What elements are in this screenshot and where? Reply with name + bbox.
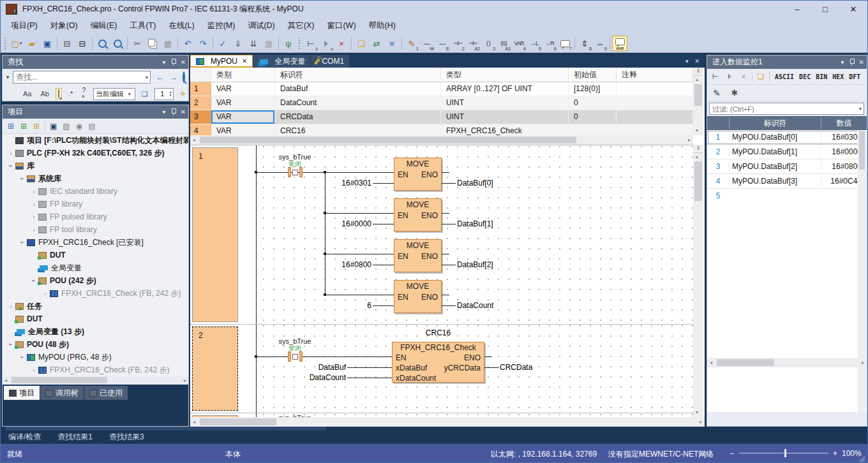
tree-item-0[interactable]: 项目 [F:\PLC功能块封装\ST结构化文本编程封装 (3, 134, 188, 147)
close-button[interactable]: ✕ (839, 1, 867, 17)
menu-monitor[interactable]: 监控(M) (201, 18, 242, 34)
pin-icon[interactable] (171, 59, 176, 66)
match-word-toggle[interactable]: Ab (38, 88, 51, 99)
menu-window[interactable]: 窗口(W) (320, 18, 362, 34)
tree-item-10[interactable]: 全局变量 (3, 261, 188, 274)
tab-mypou[interactable]: MyPOU✕ (190, 55, 253, 68)
row-number-cell[interactable]: 4 (190, 124, 211, 135)
variable-row-2[interactable]: 2VARDataCountUINT0 (190, 96, 693, 110)
find-previous-button[interactable]: ← (156, 73, 164, 82)
search-go-icon[interactable] (183, 73, 185, 82)
identifier-cell[interactable]: MyPOU.DataBuf[0] (729, 133, 821, 142)
format-bin-button[interactable]: BIN (816, 73, 827, 80)
insert-row-button[interactable]: ⇕8 (577, 36, 592, 51)
chevron-open-icon[interactable]: › (19, 238, 26, 247)
identifier-cell[interactable]: DataCount (275, 96, 441, 110)
call-tree-tab[interactable]: 调用树 (40, 386, 84, 400)
tree-item-13[interactable]: ›任务 (3, 300, 188, 312)
pages-icon[interactable]: ❏ (139, 88, 151, 100)
add-pou-button[interactable]: ⊞ (5, 121, 17, 132)
contact-p-tool-button[interactable]: ⊣⊢A2 (465, 36, 481, 51)
match-case-toggle[interactable]: Aa (20, 88, 34, 99)
variable-row-4[interactable]: 4VARCRC16FPXH_CRC16_Check (190, 124, 693, 135)
online-mode-button[interactable]: ψ (281, 36, 296, 51)
move-block-2[interactable]: MOVEENENO (394, 198, 442, 231)
find-results-1-tab[interactable]: 查找结果1 (57, 432, 93, 443)
row-number-cell[interactable]: 2 (190, 96, 211, 110)
find-next-button[interactable]: → (169, 73, 177, 82)
initial-value-cell[interactable]: 0 (569, 110, 617, 124)
delete-row-button[interactable]: × (738, 71, 749, 82)
tree-item-7[interactable]: ›FP tool library (3, 223, 188, 236)
variable-table-hscrollbar[interactable]: ◂ ▸ (190, 135, 693, 145)
type-cell[interactable]: UINT (441, 96, 569, 110)
class-cell[interactable]: VAR (211, 124, 275, 135)
menu-others[interactable]: 其它(X) (281, 18, 321, 34)
view-object-button[interactable]: ◉ (73, 121, 85, 132)
exchange-button[interactable]: ⇄ (369, 36, 384, 51)
chevron-closed-icon[interactable]: › (41, 290, 50, 297)
pin-icon[interactable] (171, 108, 176, 115)
close-icon[interactable]: ✕ (181, 59, 186, 66)
settings-gear-icon[interactable]: ✱ (729, 87, 740, 99)
identifier-cell[interactable]: MyPOU.DataBuf[1] (729, 147, 821, 156)
chevron-open-icon[interactable]: › (7, 340, 15, 349)
close-icon[interactable]: ✕ (859, 59, 864, 66)
zoom-out-button[interactable]: − (730, 449, 734, 458)
menu-debug[interactable]: 调试(D) (241, 18, 281, 34)
move-block-3[interactable]: MOVEENENO (394, 239, 442, 272)
initial-value-cell[interactable] (569, 124, 617, 135)
undo-button[interactable]: ↶ (180, 36, 195, 51)
tab-list-dropdown-icon[interactable]: ▾ (685, 58, 689, 64)
type-cell[interactable]: UINT (441, 110, 569, 124)
search-input[interactable] (13, 73, 146, 82)
network-1-number-cell[interactable]: 1 (192, 147, 238, 322)
line-west-tool-button[interactable]: ─W (419, 36, 435, 51)
monitor-row-4[interactable]: 4MyPOU.DataBuf[3]16#0C44 (707, 174, 867, 189)
input-operand[interactable]: DataCount (276, 373, 346, 382)
add-task-button[interactable]: ⊞ (31, 121, 42, 132)
source-operand[interactable]: 6 (301, 301, 371, 310)
class-cell[interactable]: VAR (211, 110, 275, 124)
minimize-button[interactable]: – (783, 1, 811, 17)
wildcard-toggle[interactable]: ?* (79, 84, 89, 103)
pencil-tool-button[interactable]: ✎1 (404, 36, 419, 51)
find-button[interactable] (94, 36, 110, 51)
monitor-vscrollbar[interactable] (858, 130, 866, 412)
tab-close-all-icon[interactable]: ✕ (694, 58, 700, 64)
check-program-button[interactable]: ✓ (215, 36, 230, 51)
format-hex-button[interactable]: HEX (832, 73, 844, 80)
tree-item-5[interactable]: ›FP library (3, 198, 188, 210)
format-dft-button[interactable]: DFT (849, 73, 860, 80)
chevron-closed-icon[interactable]: › (29, 200, 38, 208)
comment-tool-button[interactable]: 7 (557, 36, 572, 51)
panel-menu-icon[interactable]: ▾ (163, 59, 166, 66)
chevron-closed-icon[interactable]: › (29, 187, 38, 195)
identifier-cell[interactable]: MyPOU.DataBuf[3] (729, 177, 821, 186)
tree-item-6[interactable]: ›FP pulsed library (3, 210, 188, 223)
maximize-button[interactable]: □ (811, 1, 839, 17)
used-tab[interactable]: 已使用 (84, 386, 128, 400)
menu-help[interactable]: 帮助(H) (363, 18, 402, 34)
output-operand[interactable]: CRCData (500, 363, 532, 372)
row-number-cell[interactable]: 3 (190, 110, 211, 124)
new-document-button[interactable]: ▢▾ (9, 36, 24, 51)
identifier-cell[interactable]: CRC16 (275, 124, 441, 135)
cut-button[interactable]: ✂ (130, 36, 145, 51)
initial-value-cell[interactable]: 0 (569, 96, 617, 110)
identifier-cell[interactable]: MyPOU.DataBuf[2] (729, 162, 821, 171)
pin-icon[interactable] (849, 59, 854, 66)
zoom-slider-thumb[interactable] (784, 449, 786, 457)
contact-symbol[interactable] (299, 167, 303, 177)
chevron-closed-icon[interactable]: › (6, 149, 15, 157)
panel-menu-icon[interactable]: ▾ (841, 59, 844, 66)
menu-tools[interactable]: 工具(T) (123, 18, 162, 34)
output-right-tool-button[interactable]: →R6 (542, 36, 557, 51)
coil-tool-button[interactable]: ( )3 (481, 36, 496, 51)
project-tree-hscrollbar[interactable]: ◂ ▸ (3, 376, 188, 385)
comment-cell[interactable] (617, 124, 693, 135)
resize-grip[interactable] (858, 455, 865, 462)
object-order-icon[interactable]: ❏ (755, 71, 767, 82)
compile-check-tab[interactable]: 编译/检查 (8, 432, 41, 443)
variable-row-3[interactable]: 3VARCRCDataUINT0 (190, 110, 693, 124)
